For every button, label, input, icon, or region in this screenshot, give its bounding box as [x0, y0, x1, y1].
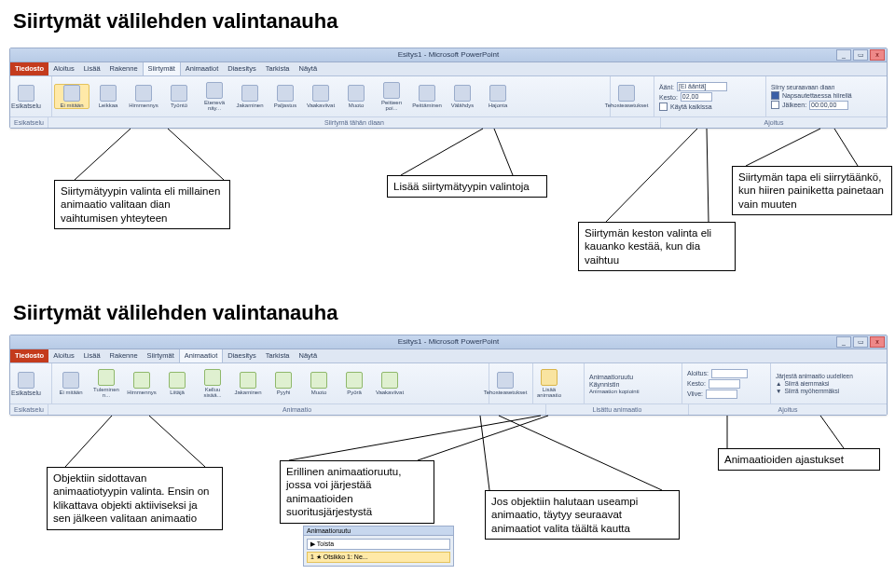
- transition-item[interactable]: Muoto: [339, 85, 373, 108]
- animation-item[interactable]: Liitäjä: [160, 372, 194, 395]
- transition-item[interactable]: Vaakaviivat: [304, 85, 337, 108]
- animations-gallery[interactable]: Ei mitäänTuleminen n...HimmennysLiitäjäK…: [54, 369, 487, 398]
- tab-file-2[interactable]: Tiedosto: [10, 349, 48, 362]
- annotation-layer-2: Objektiin sidottavan animaatiotyypin val…: [9, 416, 886, 588]
- animation-item[interactable]: Vaakaviivat: [373, 372, 406, 395]
- add-animation-button[interactable]: Lisää animaatio: [535, 369, 563, 398]
- sound-dropdown[interactable]: [Ei ääntä]: [677, 82, 727, 91]
- duration-input[interactable]: 02,00: [681, 92, 712, 102]
- tab-view[interactable]: Näytä: [295, 62, 323, 75]
- move-later-label: Siirrä myöhemmäksi: [784, 388, 839, 394]
- move-later-button[interactable]: ▼: [776, 388, 781, 394]
- apply-all-button[interactable]: [659, 103, 668, 111]
- transition-item-label: Etenevä näy...: [198, 100, 231, 111]
- transitions-gallery[interactable]: Ei mitäänLeikkaaHimmennysTyöntöEtenevä n…: [54, 82, 608, 111]
- tab-file[interactable]: Tiedosto: [10, 62, 48, 75]
- effect-options-button-2[interactable]: Tehosteasetukset: [491, 372, 519, 395]
- move-earlier-button[interactable]: ▲: [776, 380, 781, 387]
- preview-button[interactable]: Esikatselu: [12, 85, 40, 109]
- window-close-2[interactable]: x: [870, 336, 885, 348]
- tab-transitions-2[interactable]: Siirtymät: [143, 349, 179, 362]
- start-dropdown[interactable]: [711, 369, 748, 378]
- on-click-checkbox[interactable]: [771, 91, 779, 100]
- tab-review-2[interactable]: Tarkista: [261, 349, 295, 362]
- window-minimize[interactable]: _: [836, 49, 851, 61]
- tab-home[interactable]: Aloitus: [48, 62, 79, 75]
- animation-item[interactable]: Tuleminen n...: [90, 369, 123, 398]
- tab-animations-2[interactable]: Animaatiot: [179, 349, 223, 362]
- add-animation-label: Lisää animaatio: [535, 387, 563, 398]
- annotation-advance-mode: Siirtymän tapa eli siirrytäänkö, kun hii…: [732, 166, 892, 215]
- anim-duration-input[interactable]: [709, 379, 740, 389]
- transition-item[interactable]: Peitteen poi...: [375, 82, 408, 111]
- window-maximize[interactable]: ▭: [853, 49, 868, 61]
- transition-item[interactable]: Jakaminen: [233, 85, 267, 108]
- delay-input[interactable]: [706, 390, 737, 399]
- animation-item[interactable]: Pyörä: [337, 372, 371, 395]
- svg-line-12: [480, 416, 489, 490]
- preview-button-2[interactable]: Esikatselu: [12, 372, 40, 396]
- animation-item-label: Ei mitään: [59, 390, 82, 395]
- effect-options-button[interactable]: Tehosteasetukset: [613, 85, 640, 108]
- transition-item[interactable]: Ei mitään: [54, 84, 90, 109]
- effect-icon-2: [497, 372, 514, 389]
- annotation-add-animation: Jos objektiin halutaan useampi animaatio…: [485, 490, 680, 540]
- animation-pane-title: Animaatioruutu: [304, 526, 453, 536]
- transition-item[interactable]: Paljastus: [268, 85, 302, 108]
- tab-design[interactable]: Rakenne: [105, 62, 143, 75]
- preview-icon-2: [18, 372, 34, 389]
- transition-item-label: Välähdys: [451, 103, 475, 108]
- tab-design-2[interactable]: Rakenne: [105, 349, 143, 362]
- animation-item-label: Tuleminen n...: [90, 387, 123, 398]
- animation-thumbnail-icon: [310, 372, 327, 389]
- transition-thumbnail-icon: [63, 85, 80, 102]
- transition-item-label: Ei mitään: [60, 103, 83, 108]
- group-transition-label: Siirtymä tähän diaan: [48, 117, 661, 128]
- transition-item[interactable]: Peittäminen: [410, 85, 444, 108]
- animation-pane-play-button[interactable]: ▶ Toista: [307, 539, 450, 550]
- animation-item[interactable]: Kelluu sisää...: [196, 369, 229, 398]
- animation-item[interactable]: Muoto: [302, 372, 336, 395]
- after-input[interactable]: 00:00,00: [809, 101, 848, 110]
- transition-item[interactable]: Leikkaa: [91, 85, 125, 108]
- tab-animations[interactable]: Animaatiot: [181, 62, 223, 75]
- animation-item-label: Pyörä: [347, 390, 362, 395]
- transition-thumbnail-icon: [241, 85, 258, 102]
- svg-line-13: [499, 416, 662, 490]
- svg-line-3: [494, 129, 513, 175]
- animation-painter-button[interactable]: Animaation kopiointi: [589, 389, 640, 394]
- animation-pane-item[interactable]: 1 ★ Otsikko 1: Ne...: [307, 552, 450, 563]
- animation-pane-panel: Animaatioruutu ▶ Toista 1 ★ Otsikko 1: N…: [303, 526, 454, 567]
- transition-item[interactable]: Työntö: [162, 85, 196, 108]
- animation-item[interactable]: Himmennys: [125, 372, 158, 395]
- tab-insert-2[interactable]: Lisää: [79, 349, 105, 362]
- tab-transitions[interactable]: Siirtymät: [143, 62, 181, 75]
- transition-item[interactable]: Välähdys: [446, 85, 479, 108]
- trigger-button[interactable]: Käynnistin: [589, 381, 619, 388]
- window-close[interactable]: x: [870, 49, 885, 61]
- svg-line-7: [834, 129, 858, 166]
- tab-insert[interactable]: Lisää: [79, 62, 105, 75]
- transition-item-label: Paljastus: [274, 103, 296, 108]
- tab-home-2[interactable]: Aloitus: [48, 349, 79, 362]
- transition-item-label: Peittäminen: [412, 103, 442, 108]
- svg-line-1: [168, 129, 224, 180]
- after-checkbox[interactable]: [771, 101, 779, 109]
- tab-review[interactable]: Tarkista: [261, 62, 295, 75]
- transition-item[interactable]: Hajonta: [481, 85, 515, 108]
- transition-item-label: Jakaminen: [236, 103, 263, 108]
- tab-view-2[interactable]: Näytä: [295, 349, 323, 362]
- window-minimize-2[interactable]: _: [836, 336, 851, 348]
- tab-slideshow-2[interactable]: Diaesitys: [223, 349, 260, 362]
- svg-line-2: [401, 129, 483, 175]
- svg-line-0: [75, 129, 131, 180]
- window-maximize-2[interactable]: ▭: [853, 336, 868, 348]
- animation-pane-button[interactable]: Animaatioruutu: [589, 374, 633, 380]
- animation-thumbnail-icon: [169, 372, 186, 389]
- transition-item[interactable]: Himmennys: [127, 85, 160, 108]
- animation-item[interactable]: Jakaminen: [231, 372, 265, 395]
- transition-item[interactable]: Etenevä näy...: [198, 82, 231, 111]
- animation-item[interactable]: Ei mitään: [54, 372, 88, 395]
- tab-slideshow[interactable]: Diaesitys: [223, 62, 260, 75]
- animation-item[interactable]: Pyyhi: [267, 372, 300, 395]
